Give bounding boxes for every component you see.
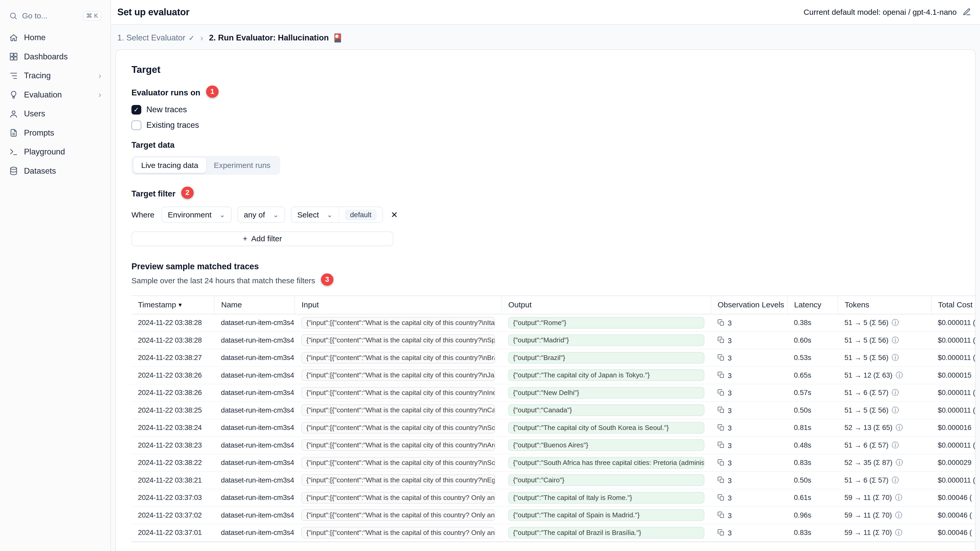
trace-table-row[interactable]: 2024-11-22 03:38:24dataset-run-item-cm3s…: [132, 419, 975, 437]
trace-table-row[interactable]: 2024-11-22 03:38:23dataset-run-item-cm3s…: [132, 437, 975, 454]
output-json-value: {"output":"South Africa has three capita…: [508, 457, 705, 468]
sidebar-item-dashboards[interactable]: Dashboards: [5, 48, 105, 65]
trace-table-row[interactable]: 2024-11-22 03:38:26dataset-run-item-cm3s…: [132, 384, 975, 402]
cell-observation-levels: 3: [711, 367, 788, 384]
filter-column-value: Environment: [168, 210, 211, 219]
trace-table-row[interactable]: 2024-11-22 03:38:25dataset-run-item-cm3s…: [132, 402, 975, 419]
sidebar-item-datasets[interactable]: Datasets: [5, 162, 105, 179]
cell-tokens: 51 → 5 (Σ 56)ⓘ: [838, 349, 931, 367]
trace-table-row[interactable]: 2024-11-22 03:37:03dataset-run-item-cm3s…: [132, 489, 975, 507]
tokens-value: 59 → 11 (Σ 70): [845, 511, 892, 519]
cell-tokens: 51 → 6 (Σ 57)ⓘ: [838, 437, 931, 454]
tokens-value: 51 → 5 (Σ 56): [845, 336, 888, 344]
column-header-output[interactable]: Output: [502, 296, 711, 314]
new-traces-checkbox[interactable]: ✓: [132, 105, 141, 115]
output-json-value: {"output":"New Delhi"}: [508, 387, 705, 399]
cell-observation-levels: 3: [711, 437, 788, 454]
observation-levels-count: 3: [728, 476, 732, 484]
cell-latency: 0.65s: [788, 367, 838, 384]
add-filter-button[interactable]: + Add filter: [132, 232, 393, 246]
sidebar-item-label: Evaluation: [24, 90, 62, 100]
output-json-value: {"output":"Buenos Aires"}: [508, 439, 705, 451]
step-complete-icon: ✓: [188, 34, 194, 42]
add-filter-label: Add filter: [251, 234, 282, 243]
info-icon: ⓘ: [895, 511, 902, 519]
sidebar-item-home[interactable]: Home: [5, 29, 105, 46]
check-icon: ✓: [134, 106, 139, 114]
cell-input: {"input":[{"content":"What is the capita…: [295, 472, 502, 489]
column-header-latency[interactable]: Latency: [788, 296, 838, 314]
cell-observation-levels: 3: [711, 454, 788, 472]
cell-tokens: 51 → 12 (Σ 63)ⓘ: [838, 367, 931, 384]
cell-observation-levels: 3: [711, 507, 788, 524]
trace-table-row[interactable]: 2024-11-22 03:38:26dataset-run-item-cm3s…: [132, 367, 975, 384]
trace-table-row[interactable]: 2024-11-22 03:38:28dataset-run-item-cm3s…: [132, 332, 975, 349]
target-data-label: Target data: [132, 140, 959, 150]
cell-output: {"output":"South Africa has three capita…: [502, 454, 711, 472]
tokens-value: 52 → 13 (Σ 65): [845, 424, 892, 432]
chevron-down-icon: ⌄: [273, 211, 279, 219]
cell-name: dataset-run-item-cm3s4: [215, 349, 295, 367]
goto-search[interactable]: Go to... ⌘ K: [5, 8, 105, 24]
cell-output: {"output":"Rome"}: [502, 314, 711, 332]
filter-value-placeholder: Select: [298, 210, 319, 219]
cell-tokens: 59 → 11 (Σ 70)ⓘ: [838, 507, 931, 524]
users-icon: [9, 110, 18, 118]
filter-column-select[interactable]: Environment ⌄: [162, 206, 232, 223]
trace-table: Timestamp▼ Name Input Output Observation…: [132, 296, 975, 542]
trace-table-row[interactable]: 2024-11-22 03:37:01dataset-run-item-cm3s…: [132, 524, 975, 541]
sidebar-item-tracing[interactable]: Tracing›: [5, 67, 105, 84]
cell-tokens: 51 → 6 (Σ 57)ⓘ: [838, 384, 931, 402]
cell-output: {"output":"The capital city of South Kor…: [502, 419, 711, 437]
tokens-value: 51 → 6 (Σ 57): [845, 389, 888, 397]
filter-value-trigger[interactable]: Select ⌄: [291, 207, 339, 222]
column-header-total-cost[interactable]: Total Cost: [931, 296, 975, 314]
output-json-value: {"output":"The capital city of Japan is …: [508, 369, 705, 381]
column-header-timestamp[interactable]: Timestamp▼: [132, 296, 215, 314]
cell-name: dataset-run-item-cm3s4: [215, 314, 295, 332]
breadcrumb: 1. Select Evaluator ✓ › 2. Run Evaluator…: [111, 25, 980, 49]
cell-latency: 0.53s: [788, 349, 838, 367]
tokens-value: 51 → 5 (Σ 56): [845, 354, 888, 362]
trace-table-row[interactable]: 2024-11-22 03:38:27dataset-run-item-cm3s…: [132, 349, 975, 367]
edit-model-icon[interactable]: [963, 8, 971, 16]
cell-timestamp: 2024-11-22 03:38:27: [132, 349, 215, 367]
existing-traces-option[interactable]: Existing traces: [132, 121, 959, 130]
trace-table-row[interactable]: 2024-11-22 03:38:22dataset-run-item-cm3s…: [132, 454, 975, 472]
sidebar-item-users[interactable]: Users: [5, 105, 105, 122]
column-header-name[interactable]: Name: [215, 296, 295, 314]
filter-value-select[interactable]: Select ⌄ default: [291, 206, 383, 223]
cell-timestamp: 2024-11-22 03:38:28: [132, 332, 215, 349]
column-header-input[interactable]: Input: [295, 296, 502, 314]
existing-traces-checkbox[interactable]: [132, 121, 141, 130]
filter-operator-select[interactable]: any of ⌄: [237, 206, 285, 223]
trace-table-row[interactable]: 2024-11-22 03:38:21dataset-run-item-cm3s…: [132, 472, 975, 489]
cell-tokens: 51 → 5 (Σ 56)ⓘ: [838, 402, 931, 419]
sidebar-item-prompts[interactable]: Prompts: [5, 124, 105, 141]
observation-levels-count: 3: [728, 319, 732, 327]
cell-total-cost: $0.000011 (: [931, 472, 975, 489]
cell-observation-levels: 3: [711, 384, 788, 402]
tab-live-tracing-data[interactable]: Live tracing data: [134, 157, 206, 173]
input-json-value: {"input":[{"content":"What is the capita…: [301, 317, 495, 329]
search-icon: [9, 12, 18, 20]
remove-filter-button[interactable]: ✕: [391, 210, 398, 220]
cell-total-cost: $0.00046 (: [931, 489, 975, 507]
column-header-observation-levels[interactable]: Observation Levels: [711, 296, 788, 314]
info-icon: ⓘ: [895, 494, 902, 502]
cell-latency: 0.96s: [788, 507, 838, 524]
column-header-tokens[interactable]: Tokens: [838, 296, 931, 314]
sidebar-item-evaluation[interactable]: Evaluation›: [5, 86, 105, 103]
tab-experiment-runs[interactable]: Experiment runs: [206, 157, 278, 173]
app-window: Go to... ⌘ K HomeDashboardsTracing›Evalu…: [0, 0, 980, 551]
main-area: Set up evaluator Current default model: …: [111, 0, 980, 551]
step-select-evaluator[interactable]: 1. Select Evaluator ✓: [118, 33, 195, 43]
trace-table-row[interactable]: 2024-11-22 03:38:28dataset-run-item-cm3s…: [132, 314, 975, 332]
observation-levels-icon: [718, 511, 725, 521]
new-traces-option[interactable]: ✓ New traces: [132, 105, 959, 115]
output-json-value: {"output":"Madrid"}: [508, 334, 705, 346]
sidebar-item-playground[interactable]: Playground: [5, 143, 105, 160]
trace-table-row[interactable]: 2024-11-22 03:37:02dataset-run-item-cm3s…: [132, 507, 975, 524]
cell-output: {"output":"The capital of Brazil is Bras…: [502, 524, 711, 541]
cell-input: {"input":[{"content":"What is the capita…: [295, 314, 502, 332]
